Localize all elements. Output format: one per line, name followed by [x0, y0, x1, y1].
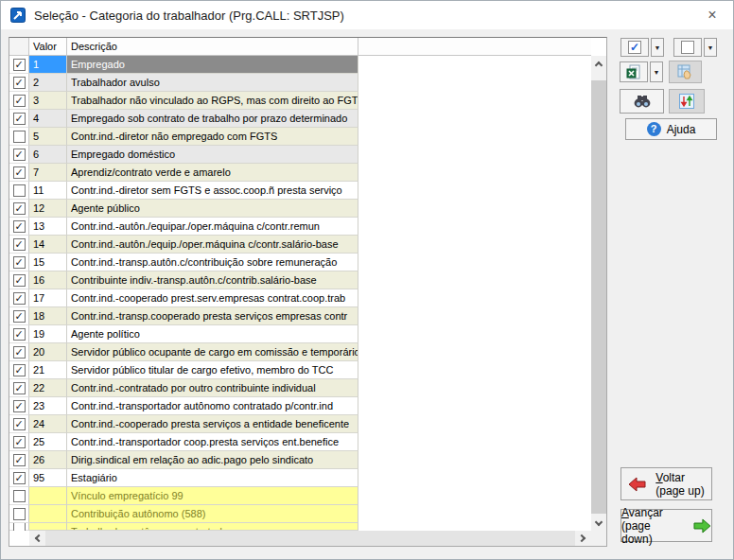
horizontal-scrollbar[interactable] [29, 531, 591, 546]
row-checkbox-checked[interactable]: ✓ [13, 59, 26, 71]
table-row[interactable]: ✓7Aprendiz/contrato verde e amarelo [9, 164, 591, 182]
scroll-left-button[interactable] [29, 531, 45, 546]
horizontal-scroll-thumb[interactable] [45, 531, 575, 546]
row-checkbox-checked[interactable]: ✓ [13, 256, 26, 269]
pick-button[interactable] [669, 61, 702, 83]
row-valor[interactable]: 4 [29, 110, 67, 128]
row-valor[interactable]: 24 [29, 415, 67, 433]
row-valor[interactable]: 19 [29, 325, 67, 343]
row-descricao[interactable]: Contribuinte indiv.-transp.autôn.c/contr… [67, 271, 358, 289]
row-checkbox-checked[interactable]: ✓ [13, 364, 26, 376]
row-checkbox-unchecked[interactable] [13, 490, 26, 502]
forward-button[interactable]: Avançar (page down) [620, 509, 712, 542]
row-checkbox-checked[interactable]: ✓ [13, 382, 26, 394]
table-row[interactable]: ✓20Servidor público ocupante de cargo em… [9, 343, 591, 361]
vertical-scroll-thumb[interactable] [591, 80, 606, 514]
table-row[interactable]: ✓95Estagiário [9, 469, 591, 487]
table-row[interactable]: ✓6Empregado doméstico [9, 146, 591, 164]
row-valor[interactable]: 5 [29, 128, 67, 146]
row-checkbox-checked[interactable]: ✓ [13, 418, 26, 430]
row-descricao[interactable]: Contr.ind.-autôn./equipar./oper.máquina … [67, 218, 358, 236]
row-valor[interactable]: 25 [29, 433, 67, 451]
table-row[interactable]: ✓1Empregado [9, 56, 591, 74]
export-excel-button[interactable] [620, 61, 648, 82]
row-descricao[interactable]: Empregado sob contrato de trabalho por p… [67, 110, 358, 128]
row-checkbox-checked[interactable]: ✓ [13, 238, 26, 251]
table-row[interactable]: ✓17Contr.ind.-cooperado prest.serv.empre… [9, 289, 591, 307]
table-row[interactable]: 5Contr.ind.-diretor não empregado com FG… [9, 128, 591, 146]
row-descricao[interactable]: Contr.ind.-diretor sem FGTS e assoc.coop… [67, 182, 358, 200]
adjust-rows-button[interactable] [669, 89, 705, 114]
row-valor[interactable]: 23 [29, 397, 67, 415]
table-row[interactable]: ✓15Contr.ind.-transp.autôn.c/contribuiçã… [9, 254, 591, 271]
row-descricao[interactable]: Dirig.sindical em relação ao adic.pago p… [67, 451, 358, 469]
table-row[interactable]: ✓12Agente público [9, 200, 591, 218]
row-checkbox-checked[interactable]: ✓ [13, 113, 26, 125]
table-row[interactable]: ✓26Dirig.sindical em relação ao adic.pag… [9, 451, 591, 469]
table-row[interactable]: ✓2Trabalhador avulso [9, 74, 591, 92]
row-valor[interactable] [29, 505, 67, 523]
table-row[interactable]: ✓22Contr.ind.-contratado por outro contr… [9, 379, 591, 397]
row-checkbox-checked[interactable]: ✓ [13, 328, 26, 341]
table-row[interactable]: Trabalhador autônomo contratado [9, 523, 591, 531]
row-checkbox-checked[interactable]: ✓ [13, 274, 26, 287]
row-checkbox-checked[interactable]: ✓ [13, 202, 26, 215]
check-all-button[interactable]: ✓ [620, 38, 649, 57]
table-row[interactable]: 11Contr.ind.-diretor sem FGTS e assoc.co… [9, 182, 591, 200]
row-valor[interactable]: 18 [29, 307, 67, 325]
table-row[interactable]: ✓18Contr.ind.-transp.cooperado presta se… [9, 307, 591, 325]
row-valor[interactable] [29, 487, 67, 505]
row-valor[interactable]: 3 [29, 92, 67, 110]
row-valor[interactable]: 26 [29, 451, 67, 469]
scroll-down-button[interactable] [591, 515, 606, 531]
row-descricao[interactable]: Estagiário [67, 469, 358, 487]
row-descricao[interactable]: Contr.ind.-transp.autôn.c/contribuição s… [67, 254, 358, 271]
export-excel-dropdown[interactable]: ▼ [650, 61, 663, 82]
row-descricao[interactable]: Contr.ind.-autôn./equip./oper.máquina c/… [67, 236, 358, 254]
row-valor[interactable]: 17 [29, 289, 67, 307]
back-button[interactable]: Voltar (page up) [620, 467, 712, 500]
row-valor[interactable]: 15 [29, 254, 67, 271]
row-descricao[interactable]: Vínculo empregatício 99 [67, 487, 358, 505]
table-row[interactable]: Contribuição autônomo (588) [9, 505, 591, 523]
table-row[interactable]: ✓19Agente político [9, 325, 591, 343]
row-checkbox-checked[interactable]: ✓ [13, 472, 26, 484]
row-valor[interactable]: 21 [29, 361, 67, 379]
table-row[interactable]: ✓14Contr.ind.-autôn./equip./oper.máquina… [9, 236, 591, 254]
row-valor[interactable]: 2 [29, 74, 67, 92]
row-valor[interactable] [29, 523, 67, 531]
row-valor[interactable]: 95 [29, 469, 67, 487]
row-descricao[interactable]: Servidor público titular de cargo efetiv… [67, 361, 358, 379]
table-row[interactable]: Vínculo empregatício 99 [9, 487, 591, 505]
row-checkbox-checked[interactable]: ✓ [13, 400, 26, 412]
row-checkbox-checked[interactable]: ✓ [13, 454, 26, 466]
table-row[interactable]: ✓3Trabalhador não vinculado ao RGPS, mas… [9, 92, 591, 110]
header-valor[interactable]: Valor [29, 38, 67, 56]
row-valor[interactable]: 6 [29, 146, 67, 164]
row-descricao[interactable]: Agente público [67, 200, 358, 218]
header-descricao[interactable]: Descrição [67, 38, 358, 56]
row-descricao[interactable]: Contribuição autônomo (588) [67, 505, 358, 523]
row-checkbox-unchecked[interactable] [13, 184, 26, 197]
row-valor[interactable]: 22 [29, 379, 67, 397]
scroll-right-button[interactable] [575, 531, 591, 546]
row-descricao[interactable]: Contr.ind.-transportador coop.presta ser… [67, 433, 358, 451]
table-row[interactable]: ✓21Servidor público titular de cargo efe… [9, 361, 591, 379]
table-row[interactable]: ✓4Empregado sob contrato de trabalho por… [9, 110, 591, 128]
row-valor[interactable]: 11 [29, 182, 67, 200]
row-valor[interactable]: 1 [29, 56, 67, 74]
table-row[interactable]: ✓16Contribuinte indiv.-transp.autôn.c/co… [9, 271, 591, 289]
vertical-scrollbar[interactable] [591, 56, 606, 531]
row-descricao[interactable]: Trabalhador não vinculado ao RGPS, mas c… [67, 92, 358, 110]
row-valor[interactable]: 14 [29, 236, 67, 254]
check-all-dropdown[interactable]: ▼ [651, 38, 664, 57]
row-valor[interactable]: 13 [29, 218, 67, 236]
row-checkbox-checked[interactable]: ✓ [13, 95, 26, 107]
row-checkbox-unchecked[interactable] [13, 523, 26, 531]
search-button[interactable] [620, 89, 664, 114]
row-checkbox-unchecked[interactable] [13, 508, 26, 520]
row-descricao[interactable]: Contr.ind.-transportador autônomo contra… [67, 397, 358, 415]
row-descricao[interactable]: Contr.ind.-contratado por outro contribu… [67, 379, 358, 397]
row-checkbox-checked[interactable]: ✓ [13, 220, 26, 233]
table-row[interactable]: ✓24Contr.ind.-cooperado presta serviços … [9, 415, 591, 433]
